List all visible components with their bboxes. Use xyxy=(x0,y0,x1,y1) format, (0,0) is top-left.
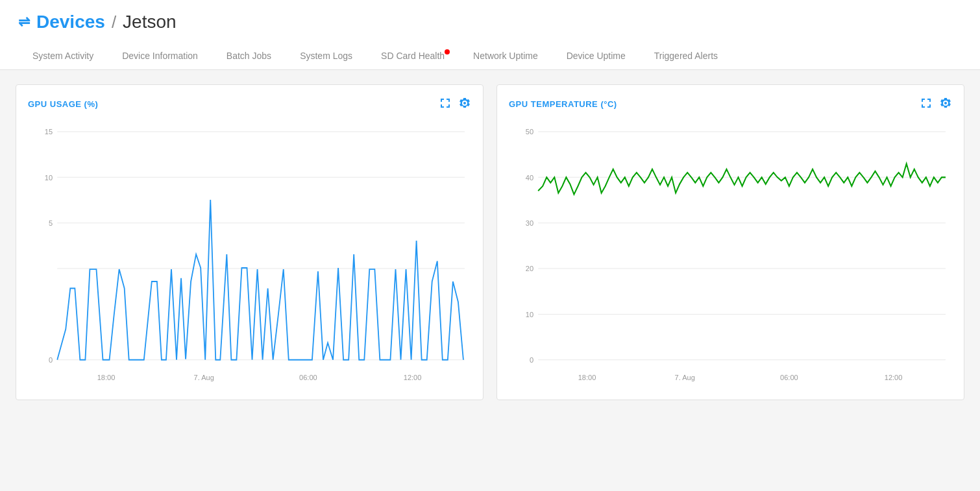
svg-text:15: 15 xyxy=(45,128,53,136)
tab-batch-jobs[interactable]: Batch Jobs xyxy=(212,44,286,69)
tab-network-uptime[interactable]: Network Uptime xyxy=(459,44,552,69)
main-content: GPU USAGE (%) xyxy=(0,70,980,414)
svg-text:18:00: 18:00 xyxy=(97,374,116,381)
gpu-usage-actions xyxy=(439,97,471,112)
breadcrumb-separator: / xyxy=(112,12,116,32)
tab-device-information[interactable]: Device Information xyxy=(108,44,212,69)
gpu-usage-settings-button[interactable] xyxy=(458,97,471,112)
gpu-temp-actions xyxy=(920,97,952,112)
gpu-usage-card: GPU USAGE (%) xyxy=(16,84,484,400)
svg-text:20: 20 xyxy=(526,265,533,272)
svg-text:0: 0 xyxy=(530,356,533,364)
svg-text:50: 50 xyxy=(526,128,533,136)
svg-text:06:00: 06:00 xyxy=(299,374,317,381)
svg-text:12:00: 12:00 xyxy=(404,374,422,381)
gpu-temp-title: GPU TEMPERATURE (°C) xyxy=(509,99,617,109)
tab-device-uptime[interactable]: Device Uptime xyxy=(552,44,640,69)
svg-text:0: 0 xyxy=(49,356,53,364)
svg-text:7. Aug: 7. Aug xyxy=(675,374,695,381)
tab-sd-card-health[interactable]: SD Card Health xyxy=(367,44,459,69)
svg-text:10: 10 xyxy=(45,173,53,181)
svg-text:10: 10 xyxy=(526,310,533,318)
page-header: ⇌ Devices / Jetson System Activity Devic… xyxy=(0,0,980,70)
svg-text:12:00: 12:00 xyxy=(885,374,903,381)
gpu-usage-title: GPU USAGE (%) xyxy=(28,99,98,109)
gpu-usage-svg: 15 10 5 0 18:00 7. Aug 06:00 12:00 xyxy=(28,118,471,390)
gpu-temp-header: GPU TEMPERATURE (°C) xyxy=(509,97,952,112)
devices-icon: ⇌ xyxy=(18,14,30,30)
tab-triggered-alerts[interactable]: Triggered Alerts xyxy=(640,44,732,69)
breadcrumb-current: Jetson xyxy=(123,12,177,32)
svg-text:18:00: 18:00 xyxy=(578,374,596,381)
breadcrumb-devices-link[interactable]: Devices xyxy=(36,12,105,32)
svg-text:30: 30 xyxy=(526,219,533,227)
tab-system-logs[interactable]: System Logs xyxy=(286,44,367,69)
gpu-usage-header: GPU USAGE (%) xyxy=(28,97,471,112)
svg-text:7. Aug: 7. Aug xyxy=(194,374,214,381)
gpu-temp-chart-area: 50 40 30 20 10 0 18:00 7. Aug 06:00 12:0… xyxy=(509,118,952,390)
tab-system-activity[interactable]: System Activity xyxy=(18,44,108,69)
gpu-usage-chart-area: 15 10 5 0 18:00 7. Aug 06:00 12:00 xyxy=(28,118,471,390)
gpu-usage-expand-button[interactable] xyxy=(439,97,452,112)
svg-text:06:00: 06:00 xyxy=(780,374,798,381)
svg-text:5: 5 xyxy=(49,219,53,227)
gpu-temp-card: GPU TEMPERATURE (°C) xyxy=(496,84,964,400)
sd-card-health-dot xyxy=(445,49,450,54)
gpu-temp-svg: 50 40 30 20 10 0 18:00 7. Aug 06:00 12:0… xyxy=(509,118,952,390)
gpu-temp-settings-button[interactable] xyxy=(939,97,952,112)
breadcrumb: ⇌ Devices / Jetson xyxy=(18,12,962,32)
gpu-temp-expand-button[interactable] xyxy=(920,97,933,112)
svg-text:40: 40 xyxy=(526,173,533,181)
nav-tabs: System Activity Device Information Batch… xyxy=(18,44,962,69)
